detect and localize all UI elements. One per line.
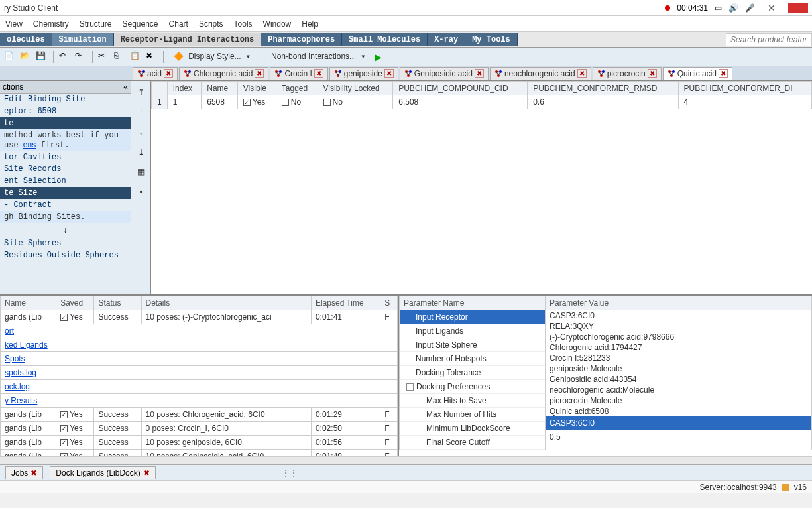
cut-icon[interactable]: ✂ [98, 51, 110, 63]
tab-jobs[interactable]: Jobs✖ [5, 466, 43, 479]
cell-cid[interactable]: 6,508 [393, 95, 528, 109]
close-icon[interactable]: ✖ [577, 69, 587, 78]
column-header[interactable]: PUBCHEM_CONFORMER_DI [678, 82, 811, 95]
open-icon[interactable]: 📂 [20, 51, 32, 63]
menu-chart[interactable]: Chart [169, 19, 188, 29]
grid-icon[interactable]: ▦ [135, 167, 148, 180]
param-value-line[interactable]: Crocin I:5281233 [546, 353, 811, 363]
close-icon[interactable]: ✖ [648, 69, 657, 78]
cell-locked[interactable]: No [318, 95, 393, 109]
close-icon[interactable]: ✖ [164, 69, 173, 78]
display-style-dropdown[interactable]: 🔶 Display Style... ▾ [169, 50, 255, 64]
module-tab[interactable]: Receptor-Ligand Interactions [114, 33, 262, 46]
table-row[interactable]: spots.log [1, 366, 398, 380]
param-value-line[interactable]: Quinic acid:6508 [546, 406, 811, 416]
param-name-row[interactable]: Final Score Cutoff [400, 436, 545, 450]
module-tab[interactable]: Simulation [52, 33, 114, 46]
column-header[interactable]: Visibility Locked [318, 82, 393, 95]
param-value-line[interactable]: (-)-Cryptochlorogenic acid:9798666 [546, 332, 811, 342]
save-icon[interactable]: 💾 [36, 51, 48, 63]
table-row[interactable]: gands (LibYesSuccess0 poses: Crocin_I, 6… [1, 422, 398, 436]
cell-saved[interactable]: Yes [56, 408, 94, 422]
job-link[interactable]: y Results [1, 394, 398, 408]
checkbox-icon[interactable] [60, 314, 68, 321]
job-link[interactable]: ock.log [1, 380, 398, 394]
cell-saved[interactable]: Yes [56, 450, 94, 457]
module-tab[interactable]: Pharmacophores [261, 33, 342, 46]
cell-saved[interactable]: Yes [56, 436, 94, 450]
param-value-line[interactable]: Geniposidic acid:443354 [546, 374, 811, 385]
cell-rmsd[interactable]: 0.6 [528, 95, 678, 109]
go-top-icon[interactable]: ⤒ [135, 88, 148, 101]
checkbox-icon[interactable] [60, 453, 68, 456]
document-tab[interactable]: Crocin I✖ [270, 67, 327, 80]
delete-icon[interactable]: ✖ [146, 51, 158, 63]
column-header[interactable]: Details [141, 296, 311, 310]
arrow-down-icon[interactable]: ↓ [0, 223, 131, 237]
checkbox-icon[interactable] [323, 99, 331, 106]
tab-dock-ligands[interactable]: Dock Ligands (LibDock)✖ [50, 466, 155, 479]
column-header[interactable]: Saved [56, 296, 94, 310]
col-param-name[interactable]: Parameter Name [400, 296, 546, 310]
checkbox-icon[interactable] [243, 99, 251, 106]
cell-saved[interactable]: Yes [56, 422, 94, 436]
paste-icon[interactable]: 📋 [130, 51, 142, 63]
job-link[interactable]: Spots [1, 352, 398, 366]
param-name-row[interactable]: Max Number of Hits [400, 408, 545, 422]
column-header[interactable]: Elapsed Time [311, 296, 380, 310]
copy-icon[interactable]: ⎘ [114, 51, 126, 63]
module-tab[interactable]: Small Molecules [342, 33, 428, 46]
menu-tools[interactable]: Tools [234, 19, 253, 29]
cell-saved[interactable]: Yes [56, 310, 94, 324]
menu-window[interactable]: Window [263, 19, 292, 29]
column-header[interactable]: PUBCHEM_COMPOUND_CID [393, 82, 528, 95]
job-link[interactable]: ked Ligands [1, 338, 398, 352]
param-name-row[interactable]: Minimum LibDockScore [400, 422, 545, 436]
table-row[interactable]: gands (LibYesSuccess10 poses: Chlorogeni… [1, 408, 398, 422]
checkbox-icon[interactable] [60, 439, 68, 446]
menu-scripts[interactable]: Scripts [199, 19, 223, 29]
cell-name[interactable]: 6508 [202, 95, 238, 109]
table-row[interactable]: ock.log [1, 380, 398, 394]
param-value-line[interactable]: 0.5 [546, 430, 811, 444]
checkbox-icon[interactable] [282, 99, 289, 106]
tree-toggle-icon[interactable]: − [406, 383, 414, 391]
column-header[interactable]: Tagged [276, 82, 318, 95]
close-icon[interactable]: ✖ [255, 69, 264, 78]
checkbox-icon[interactable] [60, 425, 68, 432]
column-header[interactable]: Status [94, 296, 141, 310]
close-icon[interactable]: ✖ [719, 69, 728, 78]
param-value-line[interactable]: CASP3:6CI0 [546, 310, 811, 321]
nonbond-dropdown[interactable]: Non-bond Interactions... ▾ [266, 50, 371, 64]
cell-di[interactable]: 4 [678, 95, 811, 109]
param-name-row[interactable]: −Docking Preferences [400, 380, 545, 394]
panel-action[interactable]: Edit Binding Site [0, 94, 131, 105]
table-row[interactable]: gands (LibYesSuccess10 poses: geniposide… [1, 436, 398, 450]
document-tab[interactable]: Quinic acid✖ [663, 67, 732, 80]
arrow-down-icon[interactable]: ↓ [135, 127, 148, 141]
collapse-icon[interactable]: « [123, 82, 128, 92]
undo-icon[interactable]: ↶ [59, 51, 71, 63]
column-header[interactable]: Name [202, 82, 238, 95]
module-tab[interactable]: My Tools [465, 33, 518, 46]
document-tab[interactable]: picrocrocin✖ [593, 67, 662, 80]
close-icon[interactable]: ✖ [384, 69, 394, 78]
table-row[interactable]: gands (LibYesSuccess10 poses: Geniposidi… [1, 450, 398, 457]
document-tab[interactable]: acid✖ [133, 67, 178, 80]
param-name-row[interactable]: Max Hits to Save [400, 394, 545, 408]
close-recording-button[interactable]: ✕ [762, 3, 782, 13]
close-icon[interactable]: ✖ [314, 69, 323, 78]
panel-action[interactable]: Site Records [0, 163, 131, 175]
control-bar-icon[interactable]: ▭ [715, 3, 722, 13]
document-tab[interactable]: Geniposidic acid✖ [400, 67, 489, 80]
resize-grip-icon[interactable]: ⋮⋮ [282, 468, 298, 477]
cell-tagged[interactable]: No [276, 95, 318, 109]
console-icon[interactable]: ▪ [135, 187, 148, 200]
column-header[interactable]: Index [167, 82, 202, 95]
table-row[interactable]: y Results [1, 394, 398, 408]
param-value-line[interactable]: geniposide:Molecule [546, 363, 811, 374]
panel-action[interactable]: - Contract [0, 199, 131, 211]
cell-visible[interactable]: Yes [237, 95, 276, 109]
menu-view[interactable]: View [5, 19, 23, 29]
menu-chemistry[interactable]: Chemistry [33, 19, 69, 29]
